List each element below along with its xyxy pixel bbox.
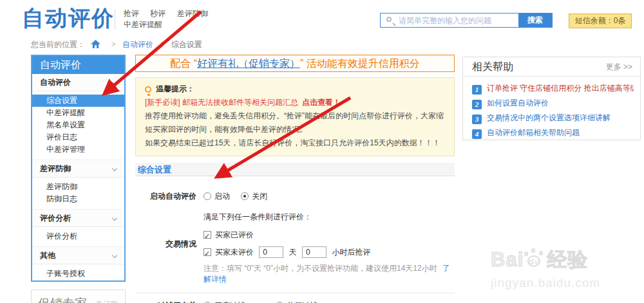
sidebar-group: 子账号授权 [32, 264, 124, 284]
trade-condition-text: 满足下列任一条件则进行评价： [204, 210, 455, 223]
chevron-down-icon [112, 166, 117, 171]
sidebar-section-auto-eval[interactable]: 自动评价 [32, 74, 124, 91]
hours-input[interactable] [302, 246, 327, 258]
days-unit: 天 [289, 248, 297, 257]
chevron-down-icon [112, 216, 117, 221]
page: 自动评价 抢评 秒评 差评防御 中差评提醒 搜索 短信余额：0条 您当前的位置：… [0, 0, 644, 303]
breadcrumb-separator: > [160, 40, 164, 49]
promo-panel: 未订购 促销专家 [31, 289, 126, 303]
blacklist-label: 过滤黑名单 [147, 300, 196, 303]
breadcrumb-separator: > [111, 40, 116, 49]
help-item-number: 1 [472, 85, 482, 95]
section-title: 综合设置 [135, 163, 455, 176]
sidebar-item-defense-log[interactable]: 防御日志 [32, 193, 124, 205]
help-item-number: 3 [472, 115, 482, 124]
sidebar-section-analysis[interactable]: 评价分析 [32, 210, 124, 227]
search-button[interactable]: 搜索 [518, 14, 552, 27]
sidebar-section-other[interactable]: 其他 [32, 247, 124, 264]
sidebar-item-subaccount[interactable]: 子账号授权 [32, 268, 124, 280]
banner-link[interactable]: 好评有礼（促销专家） [197, 58, 300, 69]
help-list: 1订单抢评 守住店铺信用积分 抢出店铺高等级 2如何设置自动评价 3交易情况中的… [463, 77, 640, 140]
sms-balance-badge[interactable]: 短信余额：0条 [569, 14, 632, 28]
chevron-down-icon [112, 80, 117, 85]
main-content: 配合 “好评有礼（促销专家）” 活动能有效提升信用积分 温馨提示： [新手必读]… [135, 55, 455, 303]
help-item-link[interactable]: 交易情况中的两个设置选项详细讲解 [487, 113, 611, 122]
checkbox-buyer-not-reviewed[interactable] [204, 248, 211, 256]
sidebar-section-label: 差评防御 [40, 164, 71, 173]
form-row-trade: 交易情况 满足下列任一条件则进行评价： 买家已评价 买家未评价 天 小时后抢评 … [135, 210, 455, 293]
promo-status: 未订购 [95, 299, 118, 303]
search-input[interactable] [381, 14, 518, 27]
tips-line: 如果交易结束已超过15天，请店长自行评价，淘宝接口只允许评价15天内的数据！！！ [145, 136, 445, 150]
sidebar-item-defense[interactable]: 差评防御 [32, 181, 124, 193]
app-logo: 自动评价 [22, 4, 115, 33]
sidebar-item-analysis[interactable]: 评价分析 [32, 230, 124, 243]
radio-close-label[interactable]: 关闭 [252, 192, 267, 201]
sidebar-item-general-settings[interactable]: 综合设置 [32, 95, 124, 107]
sidebar-section-label: 评价分析 [40, 214, 71, 223]
search-icon [386, 17, 392, 22]
days-input[interactable] [259, 246, 283, 258]
sidebar-title: 自动评价 [32, 56, 124, 74]
sidebar-group: 评价分析 [32, 227, 124, 247]
banner-text-post: ” 活动能有效提升信用积分 [300, 58, 420, 69]
checkbox-buyer-not-reviewed-label[interactable]: 买家未评价 [215, 248, 254, 257]
sidebar-item-review-reminder[interactable]: 中差评提醒 [32, 107, 124, 119]
radio-close[interactable] [241, 192, 249, 200]
search-bar: 搜索 [380, 13, 553, 28]
promo-title: 促销专家 [38, 297, 87, 303]
help-title: 相关帮助 [472, 61, 513, 72]
checkbox-buyer-reviewed[interactable] [204, 231, 211, 239]
watermark-brand-cn: 经验 [547, 248, 588, 271]
sidebar-item-blacklist-settings[interactable]: 黑名单设置 [32, 119, 124, 131]
form-row-blacklist: 过滤黑名单 开启过滤 关闭过滤 [135, 300, 455, 303]
home-icon[interactable] [91, 40, 100, 51]
breadcrumb: 您当前的位置： > 自动评价 > 综合设置 [31, 39, 202, 50]
sidebar-section-defense[interactable]: 差评防御 [32, 160, 124, 178]
watermark-brand-left: Bai [491, 248, 524, 271]
help-item: 2如何设置自动评价 [472, 96, 634, 111]
sidebar-section-label: 自动评价 [40, 78, 71, 87]
help-item-number: 2 [472, 100, 482, 109]
help-item-link[interactable]: 自动评价邮箱相关帮助问题 [487, 128, 580, 137]
radio-start-label[interactable]: 启动 [214, 192, 230, 201]
help-panel: 更多 >> 相关帮助 1订单抢评 守住店铺信用积分 抢出店铺高等级 2如何设置自… [462, 57, 641, 140]
logo-divider [115, 9, 115, 30]
breadcrumb-current: 综合设置 [171, 40, 202, 49]
help-item: 1订单抢评 守住店铺信用积分 抢出店铺高等级 [472, 81, 634, 96]
tips-alert-link[interactable]: 点击查看！ [302, 98, 341, 107]
watermark-url: jingyan.baidu.com [491, 276, 600, 290]
trade-label: 交易情况 [147, 239, 196, 250]
checkbox-buyer-reviewed-label[interactable]: 买家已评价 [215, 230, 254, 239]
sidebar: 自动评价 自动评价 综合设置 中差评提醒 黑名单设置 评价日志 中差评管理 差评… [31, 55, 126, 282]
sidebar-item-eval-log[interactable]: 评价日志 [32, 131, 124, 143]
nav-link-qiangping[interactable]: 抢评 [124, 9, 139, 18]
nav-link-defense[interactable]: 差评防御 [177, 9, 208, 18]
watermark-paw-text: du [527, 255, 540, 267]
help-item-link[interactable]: 如何设置自动评价 [487, 98, 549, 107]
help-item: 4自动评价邮箱相关帮助问题 [472, 125, 634, 140]
help-item: 3交易情况中的两个设置选项详细讲解 [472, 111, 634, 125]
sidebar-item-review-manage[interactable]: 中差评管理 [32, 143, 124, 156]
promo-banner: 配合 “好评有礼（促销专家）” 活动能有效提升信用积分 [135, 55, 455, 72]
form-row-auto-eval: 启动自动评价 启动 关闭 [135, 187, 455, 205]
sidebar-group: 差评防御 防御日志 [32, 178, 124, 210]
help-more-link[interactable]: 更多 >> [606, 57, 632, 77]
sidebar-section-label: 其他 [40, 251, 55, 260]
breadcrumb-prefix: 您当前的位置： [31, 40, 85, 49]
tips-line: 推荐使用抢评功能，避免丢失信用积分。“抢评”能在最后的时间点帮你进行评价，大家缩… [145, 109, 445, 136]
chevron-down-icon [112, 253, 117, 258]
help-item-link[interactable]: 订单抢评 守住店铺信用积分 抢出店铺高等级 [487, 84, 634, 93]
top-nav: 抢评 秒评 差评防御 中差评提醒 [124, 8, 217, 30]
help-item-number: 4 [472, 129, 482, 139]
tips-box: 温馨提示： [新手必读] 邮箱无法接收邮件等相关问题汇总点击查看！ 推荐使用抢评… [135, 77, 455, 156]
banner-text-pre: 配合 “ [170, 58, 197, 69]
nav-link-reminder[interactable]: 中差评提醒 [124, 20, 162, 29]
nav-link-miaoping[interactable]: 秒评 [150, 9, 166, 18]
breadcrumb-link-auto-eval[interactable]: 自动评价 [122, 40, 153, 49]
hours-suffix: 小时后抢评 [332, 248, 370, 257]
tips-alert: [新手必读] 邮箱无法接收邮件等相关问题汇总 [145, 98, 298, 107]
auto-eval-label: 启动自动评价 [147, 191, 196, 202]
radio-start[interactable] [204, 192, 211, 200]
tips-title: 温馨提示： [156, 84, 194, 93]
